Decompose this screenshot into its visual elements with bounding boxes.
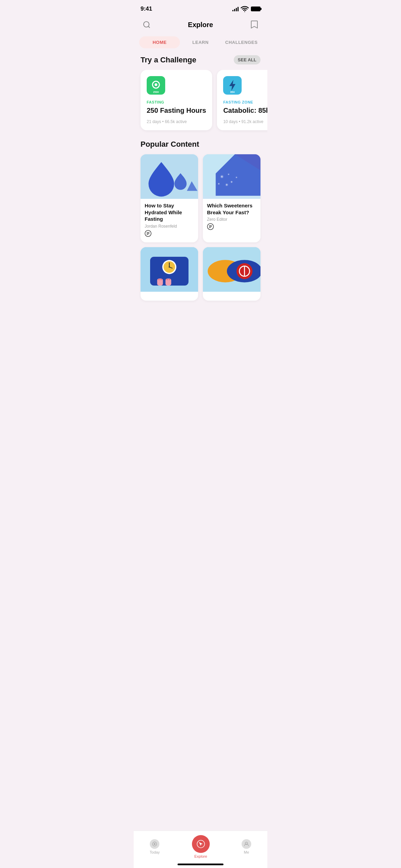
- bookmark-button[interactable]: [248, 19, 260, 31]
- signal-icon: [232, 7, 239, 11]
- article-icon: [207, 223, 256, 231]
- status-bar: 9:41: [134, 0, 267, 16]
- challenge-meta: 21 days • 66.5k active: [147, 119, 206, 124]
- content-body: How to Stay Hydrated While Fasting Jorda…: [141, 199, 198, 242]
- page-title: Explore: [153, 21, 248, 29]
- svg-text:✳: ✳: [218, 182, 220, 185]
- tab-learn[interactable]: LEARN: [180, 36, 221, 48]
- search-button[interactable]: [141, 19, 153, 31]
- scale-svg: [141, 247, 198, 289]
- challenges-list: 250H FASTING 250 Fasting Hours 21 days •…: [134, 70, 267, 137]
- popular-title: Popular Content: [141, 140, 260, 149]
- challenge-name: Catabolic: 85h: [223, 106, 267, 114]
- wifi-icon: [241, 5, 249, 13]
- content-author: Jordan Rosenfeld: [145, 224, 194, 229]
- challenge-name: 250 Fasting Hours: [147, 106, 206, 114]
- content-grid: How to Stay Hydrated While Fasting Jorda…: [141, 154, 260, 301]
- article-icon: [145, 230, 194, 238]
- sweeteners-image: ✳ ✳ ✳ ✳ ✳ ✳: [203, 154, 260, 199]
- svg-point-0: [144, 22, 149, 27]
- svg-point-30: [169, 266, 170, 267]
- content-title: How to Stay Hydrated While Fasting: [145, 202, 194, 222]
- svg-rect-32: [166, 278, 171, 286]
- tab-home[interactable]: HOME: [139, 36, 180, 48]
- supplements-image: [203, 247, 260, 292]
- content-author: Zero Editor: [207, 217, 256, 222]
- svg-point-3: [155, 83, 157, 86]
- content-body: [203, 292, 260, 301]
- header: Explore: [134, 16, 267, 36]
- svg-text:✳: ✳: [226, 183, 229, 187]
- supplements-svg: [203, 247, 260, 289]
- svg-rect-35: [167, 279, 168, 280]
- scale-image: [141, 247, 198, 292]
- svg-text:✳: ✳: [235, 176, 238, 179]
- svg-rect-36: [169, 279, 170, 280]
- svg-text:✳: ✳: [220, 174, 224, 179]
- svg-text:✳: ✳: [230, 180, 233, 184]
- svg-marker-4: [229, 80, 235, 91]
- water-drops-svg: [141, 156, 198, 197]
- status-icons: [232, 5, 260, 13]
- challenge-category: FASTING: [147, 100, 206, 104]
- challenge-badge: 85H: [223, 76, 242, 95]
- content-card[interactable]: [203, 247, 260, 301]
- lightning-badge-icon: [227, 79, 238, 92]
- sweeteners-svg: ✳ ✳ ✳ ✳ ✳ ✳: [203, 154, 260, 196]
- challenge-meta: 10 days • 91.2k active: [223, 119, 267, 124]
- challenge-badge: 250H: [147, 76, 165, 95]
- tab-challenges[interactable]: CHALLENGES: [221, 36, 262, 48]
- challenges-header: Try a Challenge SEE ALL: [134, 52, 267, 70]
- main-content: Try a Challenge SEE ALL 250H FASTING 250…: [134, 52, 267, 306]
- content-body: [141, 292, 198, 301]
- svg-text:✳: ✳: [228, 173, 230, 176]
- content-body: Which Sweeteners Break Your Fast? Zero E…: [203, 199, 260, 236]
- challenge-card[interactable]: 85H FASTING ZONE Catabolic: 85h 10 days …: [217, 70, 267, 130]
- status-time: 9:41: [141, 5, 152, 12]
- svg-rect-33: [158, 279, 160, 280]
- challenge-card[interactable]: 250H FASTING 250 Fasting Hours 21 days •…: [141, 70, 212, 130]
- badge-label: 85H: [230, 91, 235, 93]
- challenges-title: Try a Challenge: [141, 56, 196, 64]
- fasting-badge-icon: [150, 79, 162, 92]
- content-card[interactable]: [141, 247, 198, 301]
- content-card[interactable]: How to Stay Hydrated While Fasting Jorda…: [141, 154, 198, 242]
- badge-label: 250H: [153, 91, 159, 93]
- tab-bar: HOME LEARN CHALLENGES: [134, 36, 267, 48]
- content-card[interactable]: ✳ ✳ ✳ ✳ ✳ ✳ Which Sweeteners Break Your …: [203, 154, 260, 242]
- battery-icon: [251, 7, 260, 11]
- svg-line-1: [148, 26, 150, 28]
- content-title: Which Sweeteners Break Your Fast?: [207, 202, 256, 216]
- svg-rect-34: [160, 279, 162, 280]
- hydration-image: [141, 154, 198, 199]
- see-all-button[interactable]: SEE ALL: [234, 55, 260, 64]
- svg-rect-31: [157, 278, 163, 286]
- challenge-category: FASTING ZONE: [223, 100, 267, 104]
- popular-content-section: Popular Content How to Stay H: [134, 137, 267, 306]
